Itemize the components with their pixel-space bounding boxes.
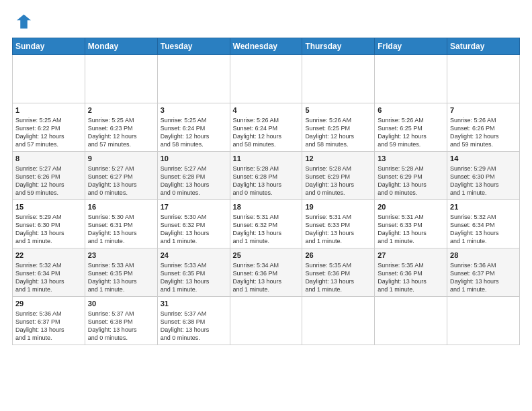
calendar-cell: 31Sunrise: 5:37 AMSunset: 6:38 PMDayligh… (157, 297, 230, 345)
day-info: and 0 minutes. (161, 334, 227, 342)
day-info: Daylight: 13 hours (161, 229, 227, 237)
day-info: Sunset: 6:31 PM (88, 221, 154, 229)
day-info: Sunrise: 5:25 AM (161, 116, 227, 124)
day-info: Daylight: 13 hours (88, 181, 154, 189)
day-number: 29 (15, 299, 82, 309)
day-info: Sunrise: 5:26 AM (233, 116, 300, 124)
day-number: 25 (233, 250, 300, 261)
calendar-cell: 19Sunrise: 5:31 AMSunset: 6:33 PMDayligh… (302, 200, 375, 248)
day-info: Daylight: 13 hours (88, 229, 154, 237)
day-info: and 1 minute. (88, 285, 154, 293)
day-info: Daylight: 13 hours (15, 229, 82, 237)
day-info: Sunrise: 5:29 AM (450, 165, 517, 173)
svg-marker-0 (17, 15, 31, 29)
day-info: and 1 minute. (305, 237, 371, 245)
day-info: Daylight: 13 hours (378, 229, 444, 237)
calendar-cell (302, 55, 375, 103)
day-number: 22 (15, 250, 82, 261)
day-info: Sunset: 6:38 PM (161, 318, 227, 326)
day-info: and 58 minutes. (161, 140, 227, 148)
day-info: Sunset: 6:24 PM (161, 124, 227, 132)
day-info: and 1 minute. (450, 285, 517, 293)
day-info: Daylight: 12 hours (88, 132, 154, 140)
header (12, 12, 520, 31)
day-info: and 1 minute. (450, 237, 517, 245)
calendar-table: SundayMondayTuesdayWednesdayThursdayFrid… (12, 38, 520, 345)
day-info: Sunset: 6:32 PM (233, 221, 300, 229)
day-info: and 58 minutes. (305, 140, 371, 148)
day-number: 2 (88, 105, 154, 116)
day-info: Sunset: 6:26 PM (15, 173, 82, 181)
day-info: and 59 minutes. (15, 189, 82, 197)
day-info: Sunset: 6:27 PM (88, 173, 154, 181)
calendar-cell: 12Sunrise: 5:28 AMSunset: 6:29 PMDayligh… (302, 152, 375, 200)
day-info: and 0 minutes. (378, 189, 444, 197)
day-info: Daylight: 12 hours (15, 181, 82, 189)
day-info: Sunrise: 5:36 AM (450, 261, 517, 269)
day-info: and 0 minutes. (305, 189, 371, 197)
day-info: Daylight: 13 hours (161, 326, 227, 334)
calendar-week-2: 8Sunrise: 5:27 AMSunset: 6:26 PMDaylight… (13, 152, 520, 200)
calendar-cell: 2Sunrise: 5:25 AMSunset: 6:23 PMDaylight… (85, 103, 157, 152)
day-info: Sunrise: 5:33 AM (88, 261, 154, 269)
day-info: Daylight: 13 hours (378, 181, 444, 189)
page: SundayMondayTuesdayWednesdayThursdayFrid… (0, 0, 532, 411)
day-info: and 1 minute. (305, 285, 371, 293)
day-info: Sunset: 6:36 PM (305, 269, 371, 277)
day-info: and 59 minutes. (378, 140, 444, 148)
day-info: Daylight: 13 hours (305, 277, 371, 285)
calendar-cell: 28Sunrise: 5:36 AMSunset: 6:37 PMDayligh… (447, 248, 520, 297)
day-number: 3 (161, 105, 227, 116)
day-number: 9 (88, 154, 154, 164)
day-info: Sunrise: 5:32 AM (15, 261, 82, 269)
calendar-cell (375, 55, 447, 103)
day-info: and 0 minutes. (233, 189, 300, 197)
column-header-tuesday: Tuesday (157, 38, 230, 55)
calendar-cell: 22Sunrise: 5:32 AMSunset: 6:34 PMDayligh… (13, 248, 85, 297)
calendar-cell: 13Sunrise: 5:28 AMSunset: 6:29 PMDayligh… (375, 152, 447, 200)
day-info: Daylight: 13 hours (450, 229, 517, 237)
column-header-thursday: Thursday (302, 38, 375, 55)
day-info: Sunrise: 5:26 AM (378, 116, 444, 124)
calendar-cell: 27Sunrise: 5:35 AMSunset: 6:36 PMDayligh… (375, 248, 447, 297)
calendar-cell: 6Sunrise: 5:26 AMSunset: 6:25 PMDaylight… (375, 103, 447, 152)
day-info: Sunset: 6:36 PM (233, 269, 300, 277)
calendar-cell: 18Sunrise: 5:31 AMSunset: 6:32 PMDayligh… (230, 200, 302, 248)
day-info: Sunset: 6:30 PM (15, 221, 82, 229)
day-info: Sunset: 6:37 PM (450, 269, 517, 277)
day-number: 17 (161, 202, 227, 212)
calendar-cell: 24Sunrise: 5:33 AMSunset: 6:35 PMDayligh… (157, 248, 230, 297)
day-number: 8 (15, 154, 82, 164)
calendar-cell: 29Sunrise: 5:36 AMSunset: 6:37 PMDayligh… (13, 297, 85, 345)
day-info: Sunset: 6:24 PM (233, 124, 300, 132)
day-number: 21 (450, 202, 517, 212)
calendar-cell: 15Sunrise: 5:29 AMSunset: 6:30 PMDayligh… (13, 200, 85, 248)
calendar-cell (302, 297, 375, 345)
day-info: Daylight: 12 hours (233, 132, 300, 140)
day-info: Daylight: 12 hours (305, 132, 371, 140)
calendar-cell (375, 297, 447, 345)
day-number: 13 (378, 154, 444, 164)
column-header-wednesday: Wednesday (230, 38, 302, 55)
day-info: and 0 minutes. (88, 334, 154, 342)
day-info: Daylight: 13 hours (161, 181, 227, 189)
day-info: Daylight: 13 hours (378, 277, 444, 285)
day-info: Sunset: 6:29 PM (305, 173, 371, 181)
day-info: Sunset: 6:25 PM (378, 124, 444, 132)
day-info: Sunset: 6:33 PM (305, 221, 371, 229)
calendar-cell: 17Sunrise: 5:30 AMSunset: 6:32 PMDayligh… (157, 200, 230, 248)
day-info: Daylight: 12 hours (378, 132, 444, 140)
calendar-week-0 (13, 55, 520, 103)
day-info: Daylight: 13 hours (233, 277, 300, 285)
day-info: Sunrise: 5:27 AM (88, 165, 154, 173)
day-info: and 1 minute. (233, 285, 300, 293)
day-info: Daylight: 13 hours (450, 181, 517, 189)
calendar-cell: 8Sunrise: 5:27 AMSunset: 6:26 PMDaylight… (13, 152, 85, 200)
day-number: 10 (161, 154, 227, 164)
day-info: Sunset: 6:30 PM (450, 173, 517, 181)
calendar-week-3: 15Sunrise: 5:29 AMSunset: 6:30 PMDayligh… (13, 200, 520, 248)
day-info: Daylight: 13 hours (233, 181, 300, 189)
day-number: 11 (233, 154, 300, 164)
day-info: Sunset: 6:37 PM (15, 318, 82, 326)
calendar-cell: 20Sunrise: 5:31 AMSunset: 6:33 PMDayligh… (375, 200, 447, 248)
